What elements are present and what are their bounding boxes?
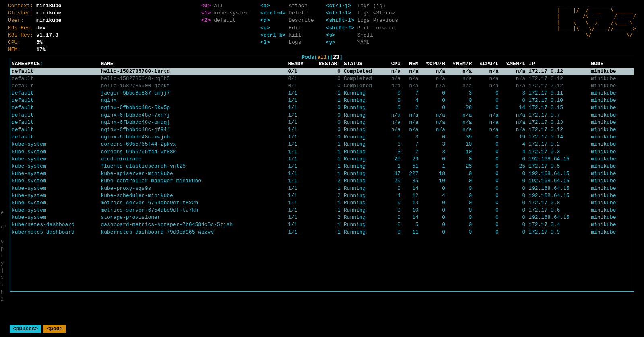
table-row[interactable]: kube-systemkube-proxy-sqs9s1/11Running01… [10, 185, 634, 192]
col-cpur[interactable]: %CPU/R [420, 60, 447, 68]
shortcut-item[interactable]: <0> all [201, 2, 248, 10]
cell-cpu: 0 [384, 229, 402, 236]
user-label: User: [8, 17, 24, 23]
cell-name: kube-controller-manager-minikube [99, 177, 286, 185]
table-row[interactable]: kubernetes-dashboarddashboard-metrics-sc… [10, 221, 634, 228]
cell-cpur: 3 [420, 148, 447, 156]
table-row[interactable]: defaultnginx-6fbbbdc48c-xwjnb1/10Running… [10, 134, 634, 141]
table-row[interactable]: kube-systemcoredns-6955765f44-wr88k1/11R… [10, 148, 634, 156]
table-row[interactable]: kubernetes-dashboardkubernetes-dashboard… [10, 229, 634, 236]
cell-mem: 11 [402, 229, 420, 236]
cell-cpu: 0 [384, 185, 402, 192]
cell-cpur: n/a [420, 112, 447, 119]
cell-name: metrics-server-6754dbc9df-t8x2n [99, 199, 286, 207]
cell-ns: default [10, 75, 99, 82]
shortcut-item[interactable]: <ctrl-j> Logs (jq) [326, 2, 398, 10]
shortcuts: <0> all<1> kube-system<2> default <a> At… [201, 2, 398, 53]
cell-cpur: 0 [420, 207, 447, 214]
cell-cpu: 0 [384, 199, 402, 207]
table-row[interactable]: kube-systemfluentd-elasticsearch-vnt251/… [10, 163, 634, 170]
cell-name: metrics-server-6754dbc9df-tz7kh [99, 207, 286, 214]
shortcut-col-namespaces: <0> all<1> kube-system<2> default [201, 2, 248, 53]
cell-cpu: n/a [384, 126, 402, 134]
shortcut-item[interactable]: <2> default [201, 17, 248, 24]
cell-node: minikube [589, 112, 634, 119]
cell-name: coredns-6955765f44-wr88k [99, 148, 286, 156]
shortcut-item[interactable]: <shift-f> Port-Forward [326, 25, 398, 32]
cell-cpu: 0 [384, 97, 402, 104]
cell-meml: 0 [500, 207, 527, 214]
cell-node: minikube [589, 97, 634, 104]
table-row[interactable]: kube-systemmetrics-server-6754dbc9df-t8x… [10, 199, 634, 207]
shortcut-item[interactable]: <1> kube-system [201, 10, 248, 17]
cell-name: nginx [99, 97, 286, 104]
cell-meml: n/a [500, 68, 527, 75]
cell-ip: 192.168.64.15 [527, 214, 589, 221]
shortcut-item[interactable]: <a> Attach [260, 2, 314, 10]
table-row[interactable]: defaultnginx-6fbbbdc48c-5kv5p1/10Running… [10, 104, 634, 111]
cell-ready: 1/1 [286, 192, 311, 199]
col-status[interactable]: STATUS [342, 60, 384, 68]
shortcut-item[interactable]: <y> YAML [326, 39, 398, 46]
cell-restart: 1 [311, 185, 342, 192]
user-value: minikube [36, 17, 61, 23]
pods-table[interactable]: NAMESPACE↑ NAME READY RESTART STATUS CPU… [10, 60, 634, 236]
table-header-row[interactable]: NAMESPACE↑ NAME READY RESTART STATUS CPU… [10, 60, 634, 68]
shortcut-item[interactable]: <ctrl-k> Kill [260, 32, 314, 39]
shortcut-item[interactable]: <l> Logs [260, 39, 314, 46]
col-meml[interactable]: %MEM/L [500, 60, 527, 68]
table-row[interactable]: kube-systemkube-scheduler-minikube1/12Ru… [10, 192, 634, 199]
cell-name: nginx-6fbbbdc48c-bmqqj [99, 119, 286, 126]
breadcrumb-item[interactable]: <pulses> [10, 325, 41, 333]
table-row[interactable]: kube-systemetcd-minikube1/11Running20290… [10, 156, 634, 163]
cell-mem: n/a [402, 75, 420, 82]
cell-memr: n/a [447, 82, 473, 90]
table-row[interactable]: defaulthello-1582785840-rq8h50/10Complet… [10, 75, 634, 82]
col-ready[interactable]: READY [286, 60, 311, 68]
shortcut-item[interactable]: <ctrl-d> Delete [260, 10, 314, 17]
table-row[interactable]: defaultnginx-6fbbbdc48c-7xn7j1/10Running… [10, 112, 634, 119]
table-row[interactable]: kube-systemmetrics-server-6754dbc9df-tz7… [10, 207, 634, 214]
cell-node: minikube [589, 177, 634, 185]
col-node[interactable]: NODE [589, 60, 634, 68]
cell-restart: 0 [311, 82, 342, 90]
gutter-char: i [1, 282, 6, 289]
col-cpul[interactable]: %CPU/L [473, 60, 500, 68]
table-row[interactable]: defaultnginx-6fbbbdc48c-bmqqj1/10Running… [10, 119, 634, 126]
col-namespace[interactable]: NAMESPACE↑ [10, 60, 99, 68]
col-cpu[interactable]: CPU [384, 60, 402, 68]
table-row[interactable]: defaultjaeger-5bbc8c887-cmjj71/11Running… [10, 90, 634, 97]
table-row[interactable]: defaulthello-1582785780-lsrtd0/10Complet… [10, 68, 634, 75]
cell-ip: 172.17.0.5 [527, 163, 589, 170]
col-memr[interactable]: %MEM/R [447, 60, 473, 68]
table-row[interactable]: kube-systemstorage-provisioner1/12Runnin… [10, 214, 634, 221]
col-ip[interactable]: IP [527, 60, 589, 68]
cell-status: Running [342, 177, 384, 185]
shortcut-item[interactable]: <shift-l> Logs Previous [326, 17, 398, 24]
table-row[interactable]: defaulthello-1582785900-4zbkf0/10Complet… [10, 82, 634, 90]
cell-node: minikube [589, 207, 634, 214]
k8srev-value: v1.17.3 [36, 32, 58, 38]
col-mem[interactable]: MEM [402, 60, 420, 68]
cell-ready: 1/1 [286, 229, 311, 236]
cell-ns: kubernetes-dashboard [10, 221, 99, 228]
table-row[interactable]: defaultnginx1/11Running040000172.17.0.10… [10, 97, 634, 104]
col-name[interactable]: NAME [99, 60, 286, 68]
cell-cpur: 18 [420, 170, 447, 177]
cell-restart: 1 [311, 221, 342, 228]
cell-mem: n/a [402, 119, 420, 126]
cell-cpul: 0 [473, 163, 500, 170]
shortcut-item[interactable]: <ctrl-l> Logs <Stern> [326, 10, 398, 17]
shortcut-item[interactable]: <d> Describe [260, 17, 314, 24]
cell-name: hello-1582785900-4zbkf [99, 82, 286, 90]
col-restart[interactable]: RESTART [311, 60, 342, 68]
table-row[interactable]: defaultnginx-6fbbbdc48c-jf9441/10Running… [10, 126, 634, 134]
shortcut-item[interactable]: <e> Edit [260, 25, 314, 32]
cell-restart: 0 [311, 119, 342, 126]
table-row[interactable]: kube-systemkube-apiserver-minikube1/11Ru… [10, 170, 634, 177]
cell-cpul: 0 [473, 141, 500, 148]
table-row[interactable]: kube-systemkube-controller-manager-minik… [10, 177, 634, 185]
shortcut-item[interactable]: <s> Shell [326, 32, 398, 39]
table-row[interactable]: kube-systemcoredns-6955765f44-2pkvx1/11R… [10, 141, 634, 148]
breadcrumb-item[interactable]: <pod> [43, 325, 66, 333]
